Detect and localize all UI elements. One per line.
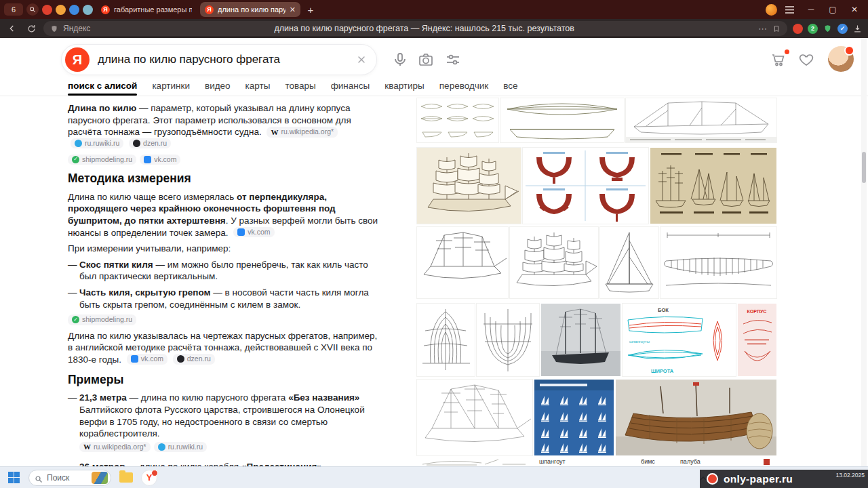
browser-tab-inactive[interactable]: Я габаритные размеры пар [96,2,197,17]
downloads-icon[interactable] [852,24,863,34]
browser-tab-active[interactable]: Я длина по килю парусн ✕ [200,2,300,17]
method-paragraph-3: Длина по килю указывалась на чертежах па… [68,330,381,366]
taskbar-explorer-button[interactable] [118,470,134,486]
tab-search-alice[interactable]: поиск с алисой [68,81,137,91]
new-tab-button[interactable]: + [304,3,317,16]
result-image-17[interactable] [534,380,614,455]
result-image-6[interactable] [650,148,776,224]
strip-label-1: шпангоут [539,458,566,465]
result-image-15[interactable]: КОРПУС [738,304,776,376]
result-image-14[interactable]: БОК шпангоуты ШИРОТА [623,304,736,376]
refresh-button[interactable] [24,22,38,35]
result-image-5[interactable] [523,148,648,224]
clear-search-icon[interactable] [356,54,367,65]
header-divider [0,96,868,96]
tab-all[interactable]: все [503,81,517,91]
tab-maps[interactable]: карты [245,81,271,91]
yandex-logo[interactable]: Я [65,47,90,72]
extension-count: 2 [811,25,814,32]
result-image-13[interactable] [541,304,620,376]
image-search-icon[interactable] [418,52,435,69]
browser-profile-avatar[interactable] [766,4,777,16]
address-url-text[interactable]: длина по килю парусного фрегата — Яндекс… [95,24,753,33]
cart-notification-dot [785,49,789,54]
source-chip-wikipedia[interactable]: Wru.wikipedia.org* [79,442,151,453]
page-scrollbar[interactable] [861,38,867,466]
pinned-tab-icon-1[interactable] [42,5,52,15]
result-image-9[interactable] [600,227,658,298]
result-image-2[interactable] [500,98,624,142]
source-chip-ruwiki[interactable]: ru.ruwiki.ru [154,442,207,453]
browser-menu-icon[interactable] [780,1,799,18]
extension-shield-icon[interactable] [823,24,833,34]
cart-icon[interactable] [770,52,787,68]
pinned-tab-icon-3[interactable] [69,5,79,15]
tab-video[interactable]: видео [205,81,231,91]
tab-goods[interactable]: товары [285,81,315,91]
source-chip-shipmodeling[interactable]: ✓shipmodeling.ru [68,314,136,325]
filters-icon[interactable] [445,52,462,69]
tab-counter-button[interactable]: 6 [4,3,23,16]
answer-intro: Длина по килю — параметр, который указыв… [68,102,381,150]
address-bar[interactable]: Яндекс длина по килю парусного фрегата —… [43,21,787,36]
tab-translate[interactable]: переводчик [439,81,488,91]
start-button[interactable] [5,470,22,486]
extension-badge-green[interactable]: 2 [808,24,818,34]
voice-search-icon[interactable] [392,52,410,69]
pinned-tab-icon-2[interactable] [56,5,66,15]
maximize-button[interactable]: ▢ [823,1,842,18]
result-image-16[interactable] [417,380,532,455]
result-image-12[interactable] [477,304,539,376]
minimize-button[interactable]: ─ [802,1,821,18]
search-highlight-thumbnail[interactable] [92,472,108,484]
screen: 6 Я габаритные размеры пар Я длина по ки… [0,0,868,488]
scrollbar-thumb[interactable] [862,152,866,183]
watermark-logo-icon [707,473,718,485]
source-chip-vk[interactable]: vk.com [233,227,274,238]
strip-label-2: бимс [641,458,655,465]
ruwiki-icon [75,140,82,147]
tab-images[interactable]: картинки [152,81,190,91]
source-chip-vk[interactable]: vk.com [140,155,180,165]
back-button[interactable] [5,22,19,35]
source-chip-dzen[interactable]: dzen.ru [129,138,171,149]
method-paragraph-2: При измерении учитывали, например: [68,243,381,255]
result-image-11[interactable] [417,304,475,376]
user-avatar[interactable] [828,46,854,72]
tab-close-icon[interactable]: ✕ [290,5,296,14]
extension-badge-blue[interactable]: ✓ [837,24,848,34]
source-chip-dzen[interactable]: dzen.ru [173,354,215,365]
source-chip-wikipedia[interactable]: Wru.wikipedia.org* [267,127,338,138]
result-image-4[interactable] [417,148,521,224]
close-button[interactable]: ✕ [845,1,864,18]
taskbar-yandex-browser-button[interactable]: Y [141,470,157,486]
dash-marker: — [68,461,79,466]
favorites-heart-icon[interactable] [798,52,815,68]
yandex-favicon-icon: Я [101,5,110,14]
source-chip-ruwiki[interactable]: ru.ruwiki.ru [71,138,123,149]
taskbar-search[interactable]: Поиск [28,470,111,486]
search-box[interactable]: Я длина по килю парусного фрегата [61,44,377,75]
source-chips-row: Wru.wikipedia.org* ru.ruwiki.ru [79,442,381,453]
watermark-text: only-paper.ru [724,473,793,485]
source-chip-shipmodeling[interactable]: ✓shipmodeling.ru [68,155,136,165]
result-image-8[interactable] [510,227,598,298]
search-input[interactable]: длина по килю парусного фрегата [98,53,348,66]
source-chips-row: ✓shipmodeling.ru [68,314,381,325]
result-image-3[interactable] [626,98,776,142]
bookmark-icon[interactable] [772,24,781,33]
result-image-7[interactable] [417,227,508,298]
tab-finance[interactable]: финансы [331,81,370,91]
result-image-strip[interactable]: шпангоут бимс палуба [417,458,776,466]
extension-badge-red[interactable] [793,24,803,34]
result-image-1[interactable] [417,98,498,142]
result-image-18[interactable] [616,380,776,455]
pinned-tab-icon-4[interactable] [83,5,93,15]
site-shield-icon[interactable] [50,24,58,33]
tab-search-icon[interactable] [26,3,39,16]
source-chip-vk[interactable]: vk.com [127,354,167,365]
image-label-shirota: ШИРОТА [651,368,674,374]
address-more-icon[interactable]: ⋯ [758,24,768,34]
result-image-10[interactable] [660,227,776,298]
tab-flats[interactable]: квартиры [384,81,425,91]
